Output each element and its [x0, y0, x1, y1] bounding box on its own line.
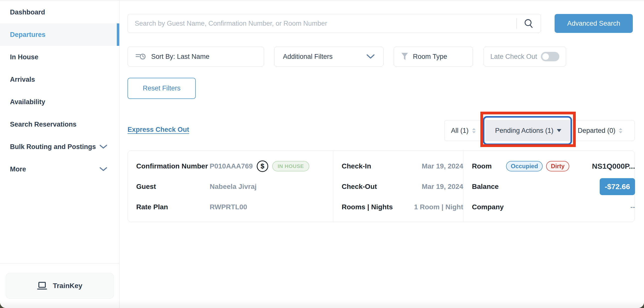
sidebar-footer: TrainKey — [0, 263, 119, 308]
card-column-dates: Check-In Mar 19, 2024 Check-Out Mar 19, … — [333, 151, 463, 222]
rate-plan-row: Rate Plan RWPRTL00 — [136, 201, 333, 213]
room-row: Room Occupied Dirty NS1Q000P... — [472, 160, 635, 172]
guest-label: Guest — [136, 183, 210, 191]
confirmation-row: Confirmation Number P010AAA769 $ IN HOUS… — [136, 160, 333, 172]
reset-filters-button[interactable]: Reset Filters — [128, 78, 196, 99]
room-type-filter[interactable]: Room Type — [394, 47, 473, 67]
check-out-row: Check-Out Mar 19, 2024 — [342, 181, 463, 193]
sidebar-item-in-house[interactable]: In House — [0, 46, 119, 68]
sidebar-item-departures[interactable]: Departures — [0, 24, 119, 46]
sidebar-item-label: Dashboard — [10, 9, 45, 16]
sort-by-label: Sort By: Last Name — [151, 53, 210, 61]
dirty-badge: Dirty — [546, 161, 569, 171]
tab-bar: All (1) Pending Actions (1) Departed (0) — [444, 120, 635, 141]
advanced-search-button[interactable]: Advanced Search — [554, 14, 633, 33]
occupied-badge: Occupied — [506, 161, 543, 171]
chevron-down-icon — [99, 145, 107, 149]
chevron-down-icon — [366, 54, 375, 59]
company-row: Company -- — [472, 201, 635, 213]
express-check-out-link[interactable]: Express Check Out — [128, 126, 189, 134]
company-value: -- — [630, 203, 635, 211]
guest-row: Guest Nabeela Jivraj — [136, 181, 333, 193]
funnel-icon — [401, 52, 408, 61]
check-in-date: Mar 19, 2024 — [422, 162, 463, 170]
sidebar: Dashboard Departures In House Arrivals A… — [0, 1, 120, 308]
late-check-out-label: Late Check Out — [490, 53, 537, 61]
tab-departed[interactable]: Departed (0) — [571, 120, 634, 141]
tab-all-label: All (1) — [451, 127, 469, 135]
late-check-out-filter: Late Check Out — [484, 47, 566, 67]
check-in-row: Check-In Mar 19, 2024 — [342, 160, 463, 172]
rate-plan-label: Rate Plan — [136, 203, 210, 211]
check-out-date: Mar 19, 2024 — [422, 183, 463, 191]
sidebar-item-label: Availability — [10, 98, 45, 106]
tab-pending-actions-label: Pending Actions (1) — [495, 127, 553, 135]
card-column-details: Confirmation Number P010AAA769 $ IN HOUS… — [128, 151, 333, 222]
check-in-label: Check-In — [342, 162, 404, 170]
sort-carets-icon — [619, 128, 622, 133]
departures-page: Dashboard Departures In House Arrivals A… — [0, 0, 644, 308]
toggle-knob — [542, 53, 549, 60]
tab-all[interactable]: All (1) — [444, 120, 485, 141]
room-number-value[interactable]: NS1Q000P... — [592, 162, 635, 170]
balance-amount-badge[interactable]: -$72.66 — [600, 178, 635, 195]
sidebar-item-more[interactable]: More — [0, 158, 119, 180]
sidebar-item-label: More — [10, 165, 26, 173]
triangle-down-icon — [557, 129, 561, 132]
search-input[interactable] — [128, 14, 516, 33]
search-icon — [523, 18, 534, 29]
sort-carets-icon — [472, 128, 476, 133]
dollar-circle-icon[interactable]: $ — [257, 160, 268, 172]
chevron-down-icon — [99, 167, 107, 171]
sidebar-item-label: In House — [10, 53, 38, 61]
sort-by-button[interactable]: Sort By: Last Name — [128, 47, 264, 67]
confirmation-number-value[interactable]: P010AAA769 — [210, 162, 253, 170]
trainkey-label: TrainKey — [53, 282, 82, 290]
main-content: Advanced Search Sort By: Last Name Addit… — [120, 1, 644, 308]
sidebar-item-bulk-routing-postings[interactable]: Bulk Routing and Postings — [0, 136, 119, 158]
trainkey-button[interactable]: TrainKey — [6, 273, 114, 299]
rate-plan-value: RWPRTL00 — [210, 203, 247, 211]
rooms-nights-label: Rooms | Nights — [342, 203, 404, 211]
company-label: Company — [472, 203, 506, 211]
sidebar-item-label: Search Reservations — [10, 121, 76, 128]
in-house-badge: IN HOUSE — [272, 161, 310, 171]
search-button[interactable] — [517, 18, 541, 29]
sidebar-item-availability[interactable]: Availability — [0, 91, 119, 113]
card-column-room: Room Occupied Dirty NS1Q000P... Balance … — [463, 151, 635, 222]
late-check-out-toggle[interactable] — [541, 52, 559, 61]
guest-name: Nabeela Jivraj — [210, 183, 256, 191]
sort-time-icon — [135, 52, 146, 61]
tab-departed-label: Departed (0) — [578, 127, 616, 135]
additional-filters-dropdown[interactable]: Additional Filters — [274, 47, 384, 67]
check-out-label: Check-Out — [342, 183, 404, 191]
tab-pending-actions[interactable]: Pending Actions (1) — [485, 120, 571, 141]
laptop-icon — [37, 281, 47, 290]
sidebar-item-arrivals[interactable]: Arrivals — [0, 68, 119, 91]
rooms-nights-row: Rooms | Nights 1 Room | Night — [342, 201, 463, 213]
sidebar-item-label: Arrivals — [10, 76, 35, 84]
additional-filters-label: Additional Filters — [283, 53, 333, 61]
sidebar-item-label: Departures — [10, 31, 46, 39]
rooms-nights-value: 1 Room | Night — [414, 203, 463, 211]
reservation-card: Confirmation Number P010AAA769 $ IN HOUS… — [128, 151, 635, 222]
sidebar-item-label: Bulk Routing and Postings — [10, 143, 96, 151]
confirmation-number-label: Confirmation Number — [136, 162, 210, 170]
room-label: Room — [472, 162, 506, 170]
balance-label: Balance — [472, 183, 506, 191]
room-type-label: Room Type — [413, 53, 447, 61]
sidebar-item-search-reservations[interactable]: Search Reservations — [0, 113, 119, 136]
balance-row: Balance -$72.66 — [472, 181, 635, 193]
search-bar — [128, 14, 541, 33]
sidebar-item-dashboard[interactable]: Dashboard — [0, 1, 119, 24]
